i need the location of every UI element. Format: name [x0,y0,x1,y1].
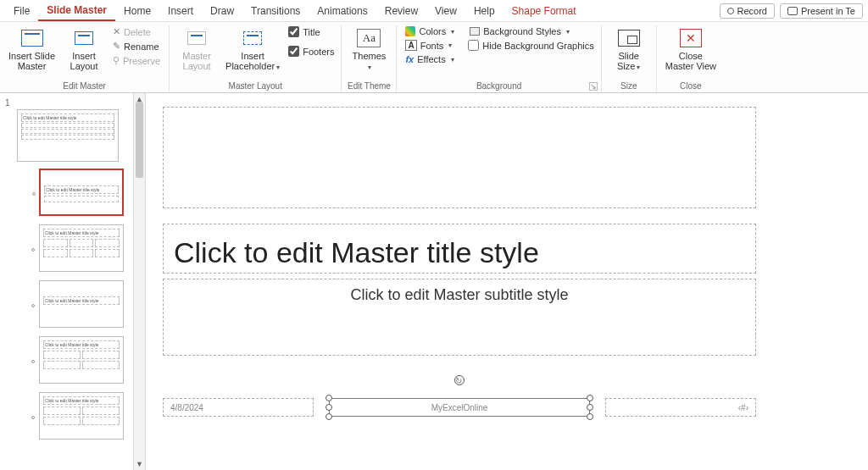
insert-placeholder-button[interactable]: Insert Placeholder▾ [222,25,283,74]
chevron-down-icon: ▾ [566,28,570,36]
master-layout-button[interactable]: Master Layout [175,25,219,73]
thumb-scrollbar[interactable]: ▲ ▼ [133,93,145,470]
rename-button[interactable]: ✎Rename [109,40,164,53]
fonts-icon: A [405,40,416,51]
resize-handle[interactable] [587,395,593,401]
resize-handle[interactable] [326,404,332,411]
tab-view[interactable]: View [426,2,465,20]
tab-shape-format[interactable]: Shape Format [504,2,585,20]
tab-strip: File Slide Master Home Insert Draw Trans… [0,0,868,22]
hide-bg-checkbox[interactable]: Hide Background Graphics [466,39,595,52]
date-placeholder[interactable]: 4/8/2024 [163,398,314,417]
group-background: Colors▾ AFonts▾ fxEffects▾ Background St… [397,25,601,92]
group-close: ✕ Close Master View Close [657,25,725,92]
background-launcher[interactable]: ↘ [589,82,598,91]
close-master-view-button[interactable]: ✕ Close Master View [662,25,720,73]
tab-review[interactable]: Review [376,2,426,20]
colors-label: Colors [419,26,446,36]
subtitle-text: Click to edit Master subtitle style [174,286,745,304]
tab-transitions[interactable]: Transitions [242,2,309,20]
layout-thumbnail-3[interactable]: Click to edit Master title style [39,280,124,328]
insert-layout-button[interactable]: Insert Layout [62,25,106,73]
themes-button[interactable]: Aa Themes▾ [347,25,391,74]
rename-label: Rename [124,41,159,52]
resize-handle[interactable] [326,413,332,420]
group-label-master-layout: Master Layout [175,80,336,91]
tab-file[interactable]: File [5,2,38,20]
chevron-down-icon: ▾ [451,28,454,36]
slide-number-text: ‹#› [738,403,748,412]
slide-canvas[interactable]: Click to edit Master title style Click t… [146,93,868,470]
master-thumbnail[interactable]: Click to edit Master title style [17,109,119,162]
fonts-button[interactable]: AFonts▾ [402,39,458,52]
layout-thumb-title: Click to edit Master title style [43,340,120,349]
placeholder-icon [243,31,262,45]
group-label-edit-master: Edit Master [5,80,164,91]
footer-placeholder[interactable]: ↻ MyExcelOnline [329,398,590,417]
title-checkbox[interactable]: Title [287,25,336,38]
master-index: 1 [5,98,142,108]
effects-icon: fx [405,54,414,64]
tab-help[interactable]: Help [465,2,504,20]
effects-label: Effects [417,54,445,64]
insert-layout-label: Insert Layout [70,51,98,71]
tab-animations[interactable]: Animations [309,2,376,20]
layout-thumbnail-1[interactable]: Click to edit Master title style [39,169,124,216]
tab-slide-master[interactable]: Slide Master [38,1,115,21]
colors-button[interactable]: Colors▾ [402,25,458,37]
slide-size-icon [618,30,640,47]
scroll-down-icon[interactable]: ▼ [134,458,145,470]
slide-number-placeholder[interactable]: ‹#› [605,398,756,417]
master-layout-label: Master Layout [182,51,211,71]
close-master-label: Close Master View [665,51,716,71]
layout-thumbnail-2[interactable]: Click to edit Master title style [39,224,124,272]
slide-size-button[interactable]: Slide Size▾ [607,25,651,74]
present-icon [787,7,798,15]
preserve-label: Preserve [123,56,160,66]
close-icon: ✕ [680,29,702,47]
title-placeholder[interactable]: Click to edit Master title style [163,224,756,274]
layout-thumbnail-5[interactable]: Click to edit Master title style [39,392,124,440]
master-layout-icon [187,31,206,45]
group-label-background: Background↘ [402,80,595,91]
scrollbar-thumb[interactable] [136,102,143,178]
insert-slide-master-button[interactable]: Insert Slide Master [5,25,58,73]
record-icon [727,8,734,14]
rotate-handle-icon[interactable]: ↻ [454,375,465,385]
group-label-close: Close [662,80,720,91]
preserve-button[interactable]: ⚲Preserve [109,54,164,67]
preserve-icon: ⚲ [113,55,120,66]
bg-styles-label: Background Styles [483,26,561,36]
background-styles-button[interactable]: Background Styles▾ [466,25,595,37]
effects-button[interactable]: fxEffects▾ [402,53,458,65]
group-master-layout: Master Layout Insert Placeholder▾ Title … [170,25,342,92]
subtitle-placeholder[interactable]: Click to edit Master subtitle style [163,279,756,356]
layout-thumb-title: Click to edit Master title style [43,296,120,305]
thumbnail-pane: 1 Click to edit Master title style Click… [0,93,146,470]
present-label: Present in Te [801,6,855,16]
footer-text: MyExcelOnline [431,403,488,412]
resize-handle[interactable] [326,395,332,401]
layout-thumb-title: Click to edit Master title style [43,229,120,237]
layout-thumb-title: Click to edit Master title style [43,396,120,405]
title-text: Click to edit Master title style [174,236,745,269]
delete-button[interactable]: ✕Delete [109,25,164,38]
footers-checkbox[interactable]: Footers [287,45,336,58]
resize-handle[interactable] [587,413,593,420]
resize-handle[interactable] [587,404,593,411]
layout-thumbnail-4[interactable]: Click to edit Master title style [39,336,124,384]
present-button[interactable]: Present in Te [780,3,863,19]
themes-label: Themes [353,51,387,61]
workspace: 1 Click to edit Master title style Click… [0,93,868,470]
decorative-placeholder[interactable] [163,107,756,208]
tab-home[interactable]: Home [115,2,159,20]
record-button[interactable]: Record [720,3,775,19]
insert-placeholder-label: Insert Placeholder [225,51,275,71]
rename-icon: ✎ [113,41,120,52]
tab-insert[interactable]: Insert [159,2,202,20]
layout-icon [75,31,93,45]
colors-icon [405,26,415,36]
layout-thumb-title: Click to edit Master title style [44,185,119,194]
tab-draw[interactable]: Draw [202,2,242,20]
tree-dot-icon [32,192,36,196]
